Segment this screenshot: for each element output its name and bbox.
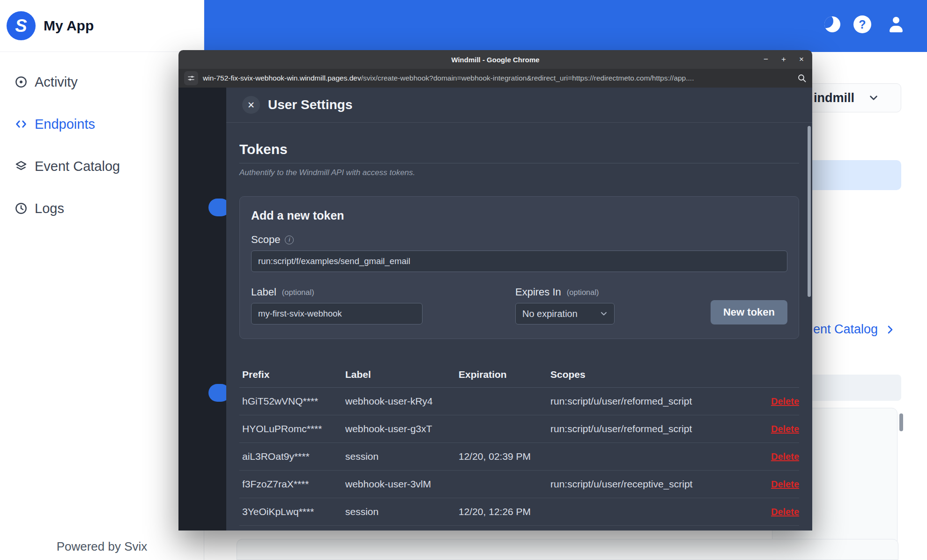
sidebar-item-event-catalog[interactable]: Event Catalog [0, 145, 204, 187]
delete-token-link[interactable]: Delete [759, 424, 799, 435]
scope-label-row: Scope i [251, 234, 787, 246]
info-icon: i [285, 236, 294, 244]
token-prefix: f3FzoZ7raX**** [242, 479, 345, 490]
token-expiration: 12/20, 12:26 PM [459, 506, 550, 517]
token-label: session [345, 506, 459, 517]
token-row: HYOLuPRomc**** webhook-user-g3xT run:scr… [239, 415, 799, 443]
token-label: webhook-user-kRy4 [345, 396, 459, 407]
expires-label-row: Expires In (optional) [515, 286, 615, 298]
chevron-down-icon [868, 92, 880, 104]
expires-optional-hint: (optional) [567, 288, 599, 297]
token-label: session [345, 451, 459, 462]
delete-token-link[interactable]: Delete [759, 396, 799, 407]
magnifier-icon [797, 74, 807, 83]
sidebar-item-label: Logs [35, 201, 64, 216]
page-behind-modal [178, 88, 226, 531]
window-titlebar[interactable]: Windmill - Google Chrome − + × [178, 50, 812, 69]
col-label: Label [345, 369, 459, 380]
tokens-heading: Tokens [239, 141, 799, 163]
token-prefix: aiL3ROat9y**** [242, 451, 345, 462]
delete-token-link[interactable]: Delete [759, 451, 799, 462]
expires-field-group: Expires In (optional) No expiration [515, 286, 615, 324]
label-input[interactable] [251, 303, 423, 324]
endpoints-icon [14, 117, 28, 131]
modal-header: ✕ User Settings [226, 88, 812, 123]
expires-label: Expires In [515, 286, 561, 298]
sidebar: S My App Activity Endpoints Event Cata [0, 0, 204, 560]
app-title: My App [44, 18, 94, 34]
token-prefix: hGiT52wVNQ**** [242, 396, 345, 407]
token-label: webhook-user-g3xT [345, 423, 459, 435]
site-settings-button[interactable] [184, 71, 198, 85]
add-token-heading: Add a new token [251, 209, 787, 222]
powered-by-svix: Powered by Svix [0, 539, 204, 554]
logs-icon [14, 201, 28, 215]
token-row: f3FzoZ7raX**** webhook-user-3vlM run:scr… [239, 471, 799, 498]
sidebar-header: S My App [0, 0, 204, 52]
label-label: Label [251, 286, 276, 298]
address-bar[interactable]: win-752-fix-svix-webhook-win.windmill.pa… [203, 74, 794, 82]
add-token-card: Add a new token Scope i Label (optional) [239, 196, 799, 339]
user-settings-modal: ✕ User Settings Tokens Authentify to the… [226, 88, 812, 531]
minimize-button[interactable]: − [760, 53, 772, 66]
event-catalog-icon [14, 159, 28, 173]
page-scrollbar-thumb[interactable] [899, 413, 903, 431]
tokens-table-header: Prefix Label Expiration Scopes [239, 361, 799, 388]
token-scopes: run:script/u/user/reformed_script [550, 396, 759, 407]
token-form-row: Label (optional) Expires In (optional) [251, 286, 787, 324]
token-scopes: run:script/u/user/receptive_script [550, 479, 759, 490]
sidebar-item-label: Activity [35, 74, 78, 90]
token-scopes: run:script/u/user/reformed_script [550, 423, 759, 435]
token-prefix: 3YeOiKpLwq**** [242, 506, 345, 517]
tokens-table: Prefix Label Expiration Scopes hGiT52wVN… [239, 361, 799, 526]
chevron-down-icon [599, 309, 608, 318]
new-token-button[interactable]: New token [711, 300, 787, 324]
tune-icon [187, 74, 195, 82]
window-controls: − + × [760, 50, 808, 69]
event-catalog-link[interactable]: ent Catalog [813, 322, 896, 337]
sidebar-item-endpoints[interactable]: Endpoints [0, 103, 204, 145]
delete-token-link[interactable]: Delete [759, 507, 799, 517]
sidebar-item-activity[interactable]: Activity [0, 61, 204, 103]
sidebar-item-label: Event Catalog [35, 159, 120, 174]
col-prefix: Prefix [242, 369, 345, 380]
maximize-button[interactable]: + [778, 53, 790, 66]
token-expiration: 12/20, 02:39 PM [459, 451, 550, 462]
expires-select[interactable]: No expiration [515, 303, 615, 324]
modal-scrollbar-thumb[interactable] [808, 126, 811, 297]
token-row: 3YeOiKpLwq**** session 12/20, 12:26 PM D… [239, 498, 799, 526]
close-modal-button[interactable]: ✕ [242, 96, 260, 114]
url-host: win-752-fix-svix-webhook-win.windmill.pa… [203, 74, 361, 82]
token-row: hGiT52wVNQ**** webhook-user-kRy4 run:scr… [239, 388, 799, 415]
window-title: Windmill - Google Chrome [451, 56, 539, 64]
activity-icon [14, 75, 28, 89]
desktop: ? S My App Activity Endpoints [0, 0, 927, 560]
modal-title: User Settings [268, 97, 353, 112]
col-expiration: Expiration [459, 369, 550, 380]
modal-body: Tokens Authentify to the Windmill API wi… [226, 141, 812, 526]
token-prefix: HYOLuPRomc**** [242, 423, 345, 435]
close-window-button[interactable]: × [795, 53, 808, 66]
scope-input[interactable] [251, 251, 787, 272]
col-scopes: Scopes [550, 369, 759, 380]
delete-token-link[interactable]: Delete [759, 479, 799, 490]
sidebar-item-logs[interactable]: Logs [0, 187, 204, 229]
sidebar-nav: Activity Endpoints Event Catalog Logs [0, 61, 204, 229]
event-catalog-link-label: ent Catalog [813, 322, 878, 337]
label-field-group: Label (optional) [251, 286, 423, 324]
background-panel-bottom [237, 539, 898, 560]
chevron-right-icon [884, 324, 896, 335]
zoom-button[interactable] [797, 74, 807, 83]
environment-dropdown-label: indmill [814, 91, 854, 105]
tokens-subtitle: Authentify to the Windmill API with acce… [239, 168, 799, 177]
browser-toolbar: win-752-fix-svix-webhook-win.windmill.pa… [178, 69, 812, 88]
app-logo: S [7, 11, 36, 40]
label-optional-hint: (optional) [282, 288, 314, 297]
token-label: webhook-user-3vlM [345, 479, 459, 490]
scope-label: Scope [251, 234, 280, 246]
token-row: aiL3ROat9y**** session 12/20, 02:39 PM D… [239, 443, 799, 471]
label-label-row: Label (optional) [251, 286, 423, 298]
sidebar-item-label: Endpoints [35, 117, 95, 132]
url-path: /svix/create-webhook?domain=webhook-inte… [361, 74, 694, 82]
browser-viewport: ✕ User Settings Tokens Authentify to the… [178, 88, 812, 531]
